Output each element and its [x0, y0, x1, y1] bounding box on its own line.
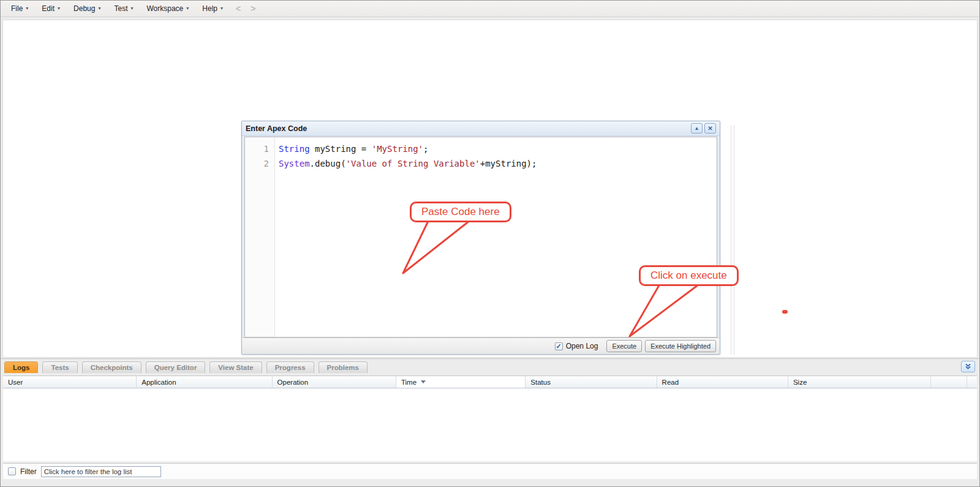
tab-problems[interactable]: Problems	[318, 361, 368, 373]
column-label: Application	[141, 379, 176, 386]
code-token: myString =	[310, 144, 372, 154]
column-label: User	[8, 379, 23, 386]
chevron-double-down-icon	[965, 363, 971, 370]
menu-edit[interactable]: Edit▾	[35, 2, 67, 15]
menu-test[interactable]: Test▾	[107, 2, 140, 15]
caret-down-icon: ▾	[130, 6, 133, 11]
tab-query-editor[interactable]: Query Editor	[146, 361, 206, 373]
tab-progress[interactable]: Progress	[266, 361, 314, 373]
column-header-size[interactable]: Size	[788, 376, 931, 388]
filter-bar: Filter	[3, 463, 977, 479]
tab-view-state[interactable]: View State	[209, 361, 262, 373]
panel-tabs: LogsTestsCheckpointsQuery EditorView Sta…	[4, 361, 368, 373]
column-header-application[interactable]: Application	[137, 376, 272, 388]
caret-down-icon: ▾	[26, 6, 28, 11]
menu-item-label: Edit	[42, 4, 55, 13]
history-nav: < >	[236, 4, 255, 13]
developer-console-window: File▾Edit▾Debug▾Test▾Workspace▾Help▾ < >…	[0, 0, 980, 487]
caret-down-icon: ▾	[186, 6, 189, 11]
click-execute-callout-text: Click on execute	[639, 265, 739, 286]
open-log-label: Open Log	[566, 342, 598, 350]
column-header-user[interactable]: User	[3, 376, 137, 388]
menu-item-label: Debug	[74, 4, 95, 13]
menu-item-label: Help	[202, 4, 217, 13]
menu-bar-items: File▾Edit▾Debug▾Test▾Workspace▾Help▾	[4, 2, 230, 15]
column-label: Status	[530, 379, 551, 386]
tab-checkpoints[interactable]: Checkpoints	[82, 361, 141, 373]
line-number: 2	[245, 156, 269, 171]
menu-item-label: Workspace	[146, 4, 183, 13]
paste-code-callout: Paste Code here	[393, 200, 527, 277]
execute-highlighted-button[interactable]: Execute Highlighted	[645, 340, 716, 352]
column-header-status[interactable]: Status	[526, 376, 657, 388]
logs-panel: LogsTestsCheckpointsQuery EditorView Sta…	[1, 358, 979, 486]
line-number: 1	[245, 142, 269, 156]
log-table-body[interactable]	[3, 388, 977, 461]
dialog-title: Enter Apex Code	[246, 124, 307, 133]
menu-workspace[interactable]: Workspace▾	[140, 2, 195, 15]
column-header-operation[interactable]: Operation	[273, 376, 396, 388]
line-number-gutter: 12	[245, 137, 275, 337]
menu-item-label: File	[11, 4, 23, 13]
column-label: Size	[793, 379, 807, 386]
menu-file[interactable]: File▾	[4, 2, 35, 15]
paste-code-callout-text: Paste Code here	[410, 202, 511, 222]
filter-label: Filter	[20, 467, 37, 476]
code-token: 'Value of String Variable'	[346, 159, 480, 168]
code-token: System	[279, 159, 310, 168]
code-token: +myString);	[480, 159, 537, 168]
red-annotation-dot	[782, 310, 788, 314]
dialog-tools: ▲ ✕	[691, 123, 716, 134]
column-label: Time	[401, 379, 417, 386]
close-icon[interactable]: ✕	[704, 123, 716, 134]
menu-item-label: Test	[114, 4, 127, 13]
caret-down-icon: ▾	[98, 6, 100, 11]
code-line: System.debug('Value of String Variable'+…	[279, 156, 537, 171]
caret-down-icon: ▾	[221, 6, 223, 11]
log-table-header: UserApplicationOperationTimeStatusReadSi…	[3, 376, 977, 388]
menu-debug[interactable]: Debug▾	[67, 2, 107, 15]
forward-arrow-icon[interactable]: >	[251, 4, 255, 13]
dialog-title-bar[interactable]: Enter Apex Code ▲ ✕	[242, 121, 720, 136]
code-line: String myString = 'MyString';	[279, 142, 537, 156]
column-label: Read	[662, 379, 679, 386]
column-label: Operation	[277, 379, 309, 386]
back-arrow-icon[interactable]: <	[236, 4, 241, 13]
tab-logs[interactable]: Logs	[4, 361, 38, 373]
log-filter-input[interactable]	[41, 466, 161, 477]
tab-tests[interactable]: Tests	[42, 361, 77, 373]
column-header-read[interactable]: Read	[657, 376, 788, 388]
code-token: ;	[423, 144, 428, 154]
code-token: 'MyString'	[372, 144, 423, 154]
code-token: String	[279, 144, 310, 154]
grid-scroll-corner	[967, 376, 977, 388]
menu-help[interactable]: Help▾	[195, 2, 230, 15]
column-header-stub	[931, 376, 967, 388]
click-execute-callout: Click on execute	[621, 263, 750, 339]
menu-bar: File▾Edit▾Debug▾Test▾Workspace▾Help▾ < >	[1, 1, 979, 17]
panel-collapse-button[interactable]	[961, 361, 975, 372]
dialog-footer: Open Log Execute Execute Highlighted	[242, 338, 720, 354]
sort-desc-icon	[421, 380, 426, 383]
open-log-checkbox[interactable]	[555, 342, 563, 350]
filter-checkbox[interactable]	[8, 467, 16, 475]
caret-down-icon: ▾	[58, 6, 60, 11]
execute-button[interactable]: Execute	[606, 340, 642, 352]
collapse-icon[interactable]: ▲	[691, 123, 703, 134]
code-token: .debug(	[310, 159, 346, 168]
column-header-time[interactable]: Time	[396, 376, 526, 388]
